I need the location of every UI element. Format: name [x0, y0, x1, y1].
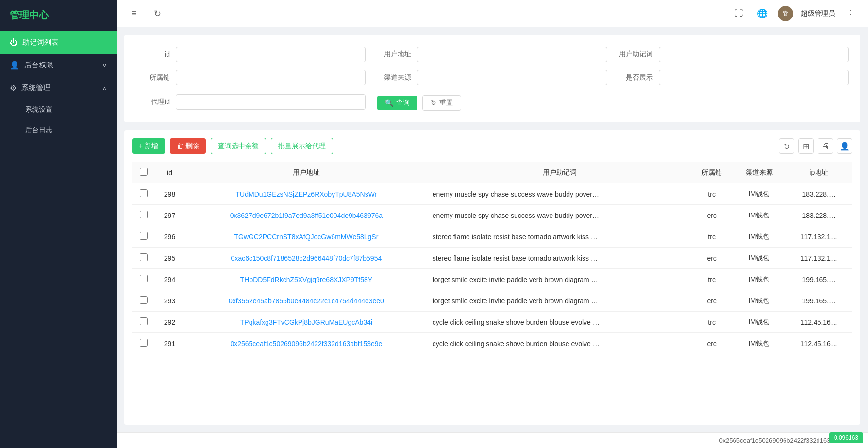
- address-link[interactable]: TUdMDu1GEzsNSjZEPz6RXobyTpU8A5NsWr: [236, 190, 377, 198]
- row-checkbox[interactable]: [140, 189, 148, 197]
- row-chain: trc: [691, 226, 733, 248]
- refresh-icon: ↻: [154, 8, 161, 19]
- row-checkbox-cell: [132, 183, 155, 205]
- filter-card: id 用户地址 用户助记词 所属链 渠道来源: [124, 35, 860, 122]
- search-icon: 🔍: [385, 99, 393, 107]
- query-balance-button[interactable]: 查询选中余额: [211, 138, 266, 154]
- export-icon: 👤: [840, 142, 850, 151]
- address-link[interactable]: TGwGC2PCCrnST8xAfQJocGw6mMWe58LgSr: [234, 233, 378, 241]
- table-col-mnemonic: 用户助记词: [429, 162, 691, 183]
- sidebar-item-label: 后台权限: [24, 61, 53, 70]
- row-mnemonic: stereo flame isolate resist base tornado…: [429, 248, 691, 269]
- sidebar-submenu-backend-log[interactable]: 后台日志: [0, 120, 117, 140]
- column-settings-button[interactable]: ⊞: [798, 138, 814, 154]
- main-content: ≡ ↻ ⛶ 🌐 管 超级管理员 ⋮: [117, 0, 868, 448]
- reset-icon: ↻: [431, 99, 436, 107]
- row-id: 298: [155, 183, 184, 205]
- sidebar-item-system-manage[interactable]: ⚙ 系统管理 ∧: [0, 77, 117, 100]
- table-toolbar: + 新增 🗑 删除 查询选中余额 批量展示给代理 ↻ ⊞: [132, 138, 852, 154]
- hamburger-icon: ≡: [132, 8, 137, 18]
- batch-show-button[interactable]: 批量展示给代理: [271, 138, 333, 154]
- row-id: 294: [155, 269, 184, 290]
- menu-toggle-button[interactable]: ≡: [126, 6, 142, 21]
- row-checkbox[interactable]: [140, 317, 148, 325]
- topbar-right: ⛶ 🌐 管 超级管理员 ⋮: [731, 6, 858, 21]
- row-chain: erc: [691, 333, 733, 354]
- gear-icon: ⚙: [10, 83, 17, 93]
- filter-channel-row: 渠道来源: [377, 70, 607, 85]
- fullscreen-button[interactable]: ⛶: [731, 6, 747, 21]
- filter-mnemonic-input[interactable]: [659, 47, 849, 62]
- delete-button[interactable]: 🗑 删除: [170, 138, 206, 154]
- row-mnemonic: cycle click ceiling snake shove burden b…: [429, 312, 691, 333]
- sidebar-item-mnemonic-list[interactable]: ⏻ 助记词列表: [0, 31, 117, 54]
- export-button[interactable]: 👤: [837, 138, 852, 154]
- row-ip: 117.132.1…: [785, 248, 852, 269]
- filter-channel-input[interactable]: [417, 70, 607, 85]
- row-address: THbDD5FdRkchZ5XVgjq9re68XJXP9Tf58Y: [184, 269, 429, 290]
- filter-chain-input[interactable]: [176, 70, 366, 85]
- row-ip: 199.165.…: [785, 290, 852, 312]
- row-chain: trc: [691, 269, 733, 290]
- filter-address-input[interactable]: [417, 47, 607, 62]
- content-area: id 用户地址 用户助记词 所属链 渠道来源: [117, 27, 868, 432]
- sidebar-item-label: 助记词列表: [22, 38, 59, 47]
- print-button[interactable]: 🖨: [818, 138, 833, 154]
- row-id: 296: [155, 226, 184, 248]
- data-table: id 用户地址 用户助记词 所属链 渠道来源 ip地址 298 TUdMDu1G…: [132, 162, 852, 354]
- row-ip: 112.45.16…: [785, 333, 852, 354]
- batch-show-label: 批量展示给代理: [278, 142, 326, 149]
- sidebar-logo: 管理中心: [0, 0, 117, 31]
- table-row: 292 TPqkafxg3FTvCGkPj8bJGRuMaEUgcAb34i c…: [132, 312, 852, 333]
- reset-button[interactable]: ↻ 重置: [422, 95, 461, 111]
- address-link[interactable]: 0xf3552e45ab7855b0e4484c22c1c4754d444e3e…: [229, 297, 384, 305]
- sidebar-submenu-system-settings[interactable]: 系统设置: [0, 100, 117, 120]
- filter-show-input[interactable]: [659, 70, 849, 85]
- row-channel: IM钱包: [733, 333, 785, 354]
- address-link[interactable]: 0xac6c150c8f7186528c2d966448f70dc7f87b59…: [231, 254, 382, 262]
- more-button[interactable]: ⋮: [843, 6, 858, 21]
- row-channel: IM钱包: [733, 226, 785, 248]
- search-button[interactable]: 🔍 查询: [377, 96, 417, 110]
- select-all-checkbox[interactable]: [140, 168, 148, 176]
- row-ip: 183.228.…: [785, 183, 852, 205]
- reset-button-label: 重置: [439, 99, 453, 107]
- row-checkbox[interactable]: [140, 339, 148, 347]
- row-checkbox[interactable]: [140, 253, 148, 261]
- row-mnemonic: enemy muscle spy chase success wave budd…: [429, 205, 691, 226]
- refresh-table-button[interactable]: ↻: [779, 138, 794, 154]
- language-button[interactable]: 🌐: [754, 6, 770, 21]
- fullscreen-icon: ⛶: [734, 8, 743, 18]
- filter-show-label: 是否展示: [619, 73, 653, 82]
- row-mnemonic: enemy muscle spy chase success wave budd…: [429, 183, 691, 205]
- row-id: 297: [155, 205, 184, 226]
- address-link[interactable]: TPqkafxg3FTvCGkPj8bJGRuMaEUgcAb34i: [240, 318, 372, 326]
- topbar-left: ≡ ↻: [126, 6, 165, 21]
- address-link[interactable]: THbDD5FdRkchZ5XVgjq9re68XJXP9Tf58Y: [240, 276, 372, 283]
- sidebar-menu: ⏻ 助记词列表 👤 后台权限 ∨ ⚙ 系统管理 ∧ 系统设置 后台日志: [0, 31, 117, 448]
- topbar: ≡ ↻ ⛶ 🌐 管 超级管理员 ⋮: [117, 0, 868, 27]
- row-channel: IM钱包: [733, 248, 785, 269]
- row-checkbox[interactable]: [140, 232, 148, 240]
- address-link[interactable]: 0x3627d9e672b1f9a7ed9a3ff51e004de9b46397…: [230, 212, 383, 219]
- row-checkbox[interactable]: [140, 211, 148, 218]
- sidebar-item-backend-auth[interactable]: 👤 后台权限 ∨: [0, 54, 117, 77]
- filter-chain-label: 所属链: [136, 73, 170, 82]
- delete-button-label: 🗑 删除: [177, 142, 199, 149]
- add-button[interactable]: + 新增: [132, 138, 165, 154]
- print-icon: 🖨: [821, 142, 829, 150]
- row-checkbox[interactable]: [140, 275, 148, 282]
- row-checkbox[interactable]: [140, 296, 148, 304]
- row-checkbox-cell: [132, 248, 155, 269]
- filter-agent-input[interactable]: [176, 94, 366, 110]
- row-address: 0xf3552e45ab7855b0e4484c22c1c4754d444e3e…: [184, 290, 429, 312]
- table-card: + 新增 🗑 删除 查询选中余额 批量展示给代理 ↻ ⊞: [124, 130, 860, 425]
- refresh-button[interactable]: ↻: [150, 6, 165, 21]
- table-col-address: 用户地址: [184, 162, 429, 183]
- filter-channel-label: 渠道来源: [377, 73, 411, 82]
- table-col-id: id: [155, 162, 184, 183]
- filter-grid: id 用户地址 用户助记词 所属链 渠道来源: [136, 47, 849, 111]
- filter-id-input[interactable]: [176, 47, 366, 62]
- address-link[interactable]: 0x2565ceaf1c50269096b2422f332d163abf153e…: [230, 340, 382, 348]
- table-row: 293 0xf3552e45ab7855b0e4484c22c1c4754d44…: [132, 290, 852, 312]
